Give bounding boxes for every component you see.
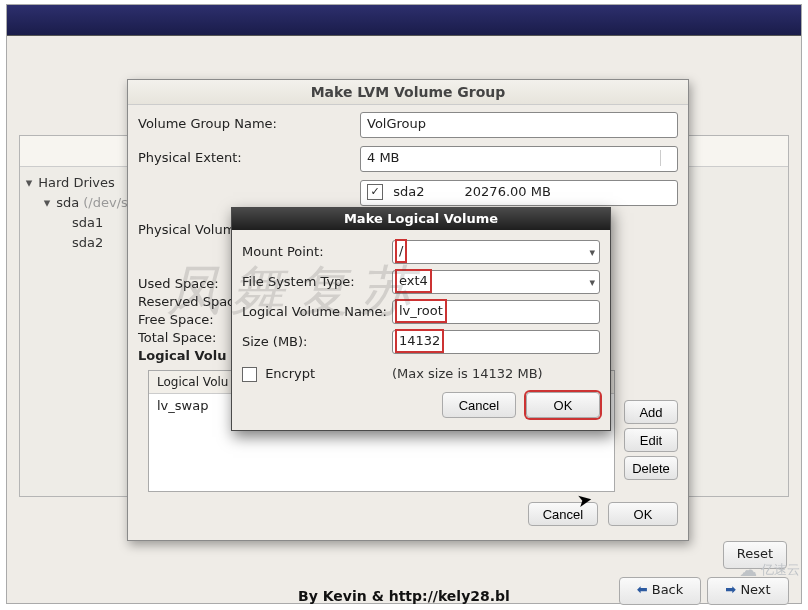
lv-name-input[interactable]: lv_root xyxy=(392,300,600,324)
encrypt-label: Encrypt xyxy=(265,366,315,381)
max-size-note: (Max size is 14132 MB) xyxy=(392,366,543,381)
logical-volumes-header: Logical Volu xyxy=(138,348,226,363)
physical-volumes-label: Physical Volum xyxy=(138,222,235,237)
dialog-make-lv: Make Logical Volume Mount Point: / File … xyxy=(231,207,611,431)
credit-text: By Kevin & http://kely28.bl xyxy=(0,588,808,604)
size-value: 14132 xyxy=(397,331,442,351)
pv-name: sda2 xyxy=(393,184,424,199)
mount-point-label: Mount Point: xyxy=(242,244,324,259)
lv-cancel-button[interactable]: Cancel xyxy=(442,392,516,418)
lv-name-value: lv_root xyxy=(397,301,445,321)
tree-disk-label: sda xyxy=(56,195,79,210)
tree-root-label: Hard Drives xyxy=(38,175,115,190)
lv-name-label: Logical Volume Name: xyxy=(242,304,387,319)
lv-edit-button[interactable]: Edit xyxy=(624,428,678,452)
lv-delete-button[interactable]: Delete xyxy=(624,456,678,480)
physical-extent-select[interactable]: 4 MB xyxy=(360,146,678,172)
corner-logo-text: 亿速云 xyxy=(761,561,800,579)
vg-name-input[interactable]: VolGroup xyxy=(360,112,678,138)
cloud-icon: ☁ xyxy=(739,559,757,580)
total-space-label: Total Space: xyxy=(138,330,217,345)
physical-extent-label: Physical Extent: xyxy=(138,150,242,165)
reserved-space-label: Reserved Space xyxy=(138,294,242,309)
encrypt-checkbox-icon[interactable] xyxy=(242,367,257,382)
encrypt-row[interactable]: Encrypt xyxy=(242,366,315,382)
dialog-lv-title: Make Logical Volume xyxy=(232,208,610,230)
lv-add-button[interactable]: Add xyxy=(624,400,678,424)
lv-ok-button[interactable]: OK xyxy=(526,392,600,418)
vg-name-label: Volume Group Name: xyxy=(138,116,277,131)
pv-size: 20276.00 MB xyxy=(465,181,551,203)
dialog-vg-title: Make LVM Volume Group xyxy=(128,80,688,105)
corner-logo: ☁ 亿速云 xyxy=(739,559,800,580)
size-label: Size (MB): xyxy=(242,334,307,349)
fs-type-label: File System Type: xyxy=(242,274,355,289)
vg-ok-button[interactable]: OK xyxy=(608,502,678,526)
mount-point-select[interactable]: / xyxy=(392,240,600,264)
mount-point-value: / xyxy=(397,241,405,261)
used-space-label: Used Space: xyxy=(138,276,219,291)
fs-type-select[interactable]: ext4 xyxy=(392,270,600,294)
fs-type-value: ext4 xyxy=(397,271,430,291)
free-space-label: Free Space: xyxy=(138,312,214,327)
window: Device ▾ Hard Drives ▾ sda (/dev/sda sda… xyxy=(6,4,802,604)
pv-checkbox-icon[interactable]: ✓ xyxy=(367,184,383,200)
physical-volume-entry[interactable]: ✓ sda2 20276.00 MB xyxy=(360,180,678,206)
window-titlebar xyxy=(7,5,801,36)
size-input[interactable]: 14132 xyxy=(392,330,600,354)
